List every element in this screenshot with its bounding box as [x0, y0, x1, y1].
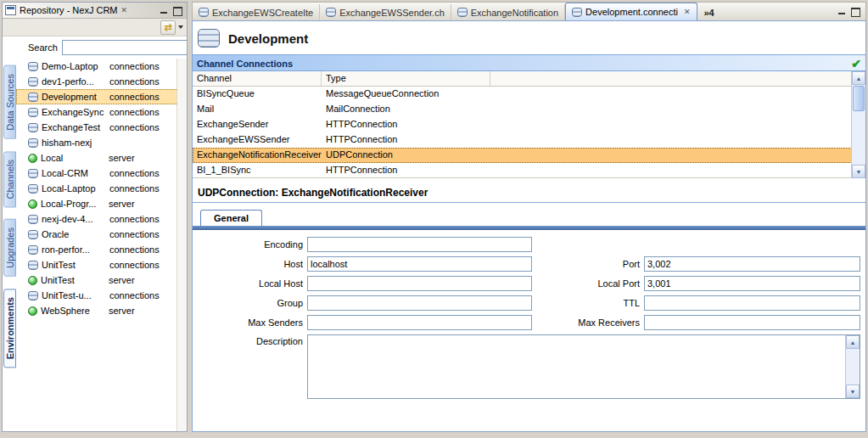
tree-item-name: nexj-dev-4...: [42, 214, 109, 224]
max-senders-field[interactable]: [307, 315, 532, 330]
environments-tree: Demo-Laptopconnections dev1-perfo...conn…: [16, 59, 187, 318]
scroll-up-icon[interactable]: ▲: [852, 71, 865, 85]
table-row[interactable]: MailMailConnection: [193, 102, 865, 117]
tree-item-name: Development: [42, 92, 109, 102]
side-tab-environments[interactable]: Environments: [3, 289, 16, 368]
tree-item[interactable]: nexj-dev-4...connections: [16, 211, 187, 227]
maximize-view-button[interactable]: [171, 5, 184, 16]
tree-item[interactable]: ron-perfor...connections: [16, 242, 187, 257]
tree-item-name: UnitTest-u...: [42, 290, 109, 300]
side-tab-upgrades[interactable]: Upgrades: [3, 219, 16, 277]
view-menu-chevron-icon[interactable]: [178, 25, 183, 29]
local-port-field[interactable]: [644, 276, 860, 291]
tree-item[interactable]: Local-CRMconnections: [16, 166, 187, 181]
channel-connections-table: Channel Type BISyncQueueMessageQueueConn…: [193, 71, 865, 178]
repository-view-titlebar: Repository - NexJ CRM ✕: [3, 3, 187, 19]
tree-item-type: connections: [109, 122, 160, 132]
side-tab-channels[interactable]: Channels: [3, 151, 16, 207]
connections-icon: [28, 123, 38, 132]
tree-item[interactable]: hisham-nexj: [16, 135, 187, 150]
editor-tab-development-active[interactable]: Development.connecti ✕: [565, 3, 697, 20]
tree-item-type: connections: [109, 244, 160, 255]
table-row[interactable]: BI_1_BISyncHTTPConnection: [193, 163, 865, 178]
table-row[interactable]: ExchangeSenderHTTPConnection: [193, 117, 865, 132]
description-scrollbar[interactable]: ▲ ▼: [845, 335, 860, 398]
tree-item-selected[interactable]: Developmentconnections: [16, 89, 187, 104]
editor-area: ExchangeEWSCreateIte ExchangeEWSSender.c…: [192, 2, 866, 432]
description-label: Description: [193, 334, 303, 346]
search-input[interactable]: [62, 40, 187, 55]
tree-item[interactable]: Local-Laptopconnections: [16, 181, 187, 196]
repository-view-title: Repository - NexJ CRM: [20, 5, 118, 15]
group-field[interactable]: [307, 295, 532, 311]
tab-general[interactable]: General: [200, 210, 262, 226]
tree-item[interactable]: ExchangeTestconnections: [16, 120, 187, 135]
editor-tab-exchangenotification[interactable]: ExchangeNotification: [451, 4, 565, 20]
connections-icon: [28, 93, 38, 102]
detail-header: UDPConnection: ExchangeNotificationRecei…: [198, 187, 865, 199]
tree-item[interactable]: Demo-Laptopconnections: [16, 59, 187, 74]
tree-item[interactable]: Localserver: [16, 150, 187, 166]
validate-check-icon[interactable]: ✔: [851, 55, 861, 72]
tree-item[interactable]: Local-Progr...server: [16, 196, 187, 211]
side-tab-data-sources[interactable]: Data Sources: [3, 65, 16, 139]
connections-file-icon: [326, 8, 336, 17]
local-host-field[interactable]: [307, 276, 532, 291]
column-header-channel[interactable]: Channel: [193, 71, 322, 86]
editor-tab-exchangeewssender[interactable]: ExchangeEWSSender.ch: [320, 4, 451, 20]
max-receivers-field[interactable]: [644, 315, 860, 330]
tree-item[interactable]: UnitTestconnections: [16, 257, 187, 272]
tree-item[interactable]: Oracleconnections: [16, 227, 187, 242]
port-label: Port: [536, 259, 640, 269]
repository-view-toolbar: ⇄: [3, 19, 187, 36]
tree-item-type: connections: [109, 260, 160, 270]
close-tab-icon[interactable]: ✕: [684, 8, 691, 16]
scroll-down-icon[interactable]: ▼: [846, 385, 860, 398]
table-row[interactable]: BISyncQueueMessageQueueConnection: [193, 87, 865, 102]
connections-icon: [28, 169, 38, 178]
cell-type: HTTPConnection: [322, 117, 490, 132]
ttl-label: TTL: [536, 298, 640, 308]
cell-channel: ExchangeNotificationReceiver: [193, 148, 322, 163]
server-icon: [28, 154, 37, 163]
maximize-editor-button[interactable]: [849, 6, 862, 17]
ttl-field[interactable]: [644, 295, 860, 311]
minimize-view-button[interactable]: [157, 5, 170, 16]
tree-item[interactable]: dev1-perfo...connections: [16, 74, 187, 89]
scrollbar-thumb[interactable]: [853, 86, 865, 111]
table-scrollbar[interactable]: ▲ ▼: [851, 71, 865, 178]
column-header-type[interactable]: Type: [322, 71, 490, 86]
close-view-icon[interactable]: ✕: [121, 6, 128, 14]
tree-scrollbar[interactable]: [176, 59, 187, 431]
table-row[interactable]: ExchangeEWSSenderHTTPConnection: [193, 132, 865, 148]
host-field[interactable]: [307, 256, 532, 272]
repository-body: Search Data Sources Channels Upgrades En…: [3, 36, 187, 431]
repository-side-tabs: Data Sources Channels Upgrades Environme…: [3, 65, 16, 379]
minimize-editor-button[interactable]: [835, 6, 848, 17]
connections-icon: [28, 261, 38, 270]
tree-item-type: connections: [109, 214, 160, 224]
port-field[interactable]: [644, 256, 860, 272]
tab-overflow-chevron[interactable]: »4: [704, 8, 714, 18]
editor-tab-exchangeewscreateite[interactable]: ExchangeEWSCreateIte: [193, 4, 320, 20]
encoding-field[interactable]: [307, 237, 532, 252]
tree-item[interactable]: ExchangeSyncconnections: [16, 104, 187, 120]
tree-item[interactable]: UnitTestserver: [16, 272, 187, 288]
connections-file-icon: [457, 8, 468, 17]
tree-item-type: server: [109, 306, 135, 316]
tree-item-name: ron-perfor...: [42, 244, 109, 255]
tree-item-name: Local-Progr...: [41, 199, 109, 209]
server-icon: [28, 306, 37, 316]
description-field[interactable]: ▲ ▼: [307, 334, 860, 399]
cell-channel: ExchangeSender: [193, 117, 322, 132]
max-senders-label: Max Senders: [193, 317, 303, 328]
link-with-editor-icon[interactable]: ⇄: [160, 20, 176, 35]
table-row-selected[interactable]: ExchangeNotificationReceiverUDPConnectio…: [193, 148, 865, 163]
detail-divider: [193, 202, 865, 203]
connections-icon: [28, 108, 38, 117]
cell-channel: BI_1_BISync: [193, 163, 322, 177]
tree-item[interactable]: WebSphereserver: [16, 303, 187, 318]
tree-item[interactable]: UnitTest-u...connections: [16, 288, 187, 303]
scroll-up-icon[interactable]: ▲: [846, 335, 860, 349]
scroll-down-icon[interactable]: ▼: [852, 165, 865, 178]
